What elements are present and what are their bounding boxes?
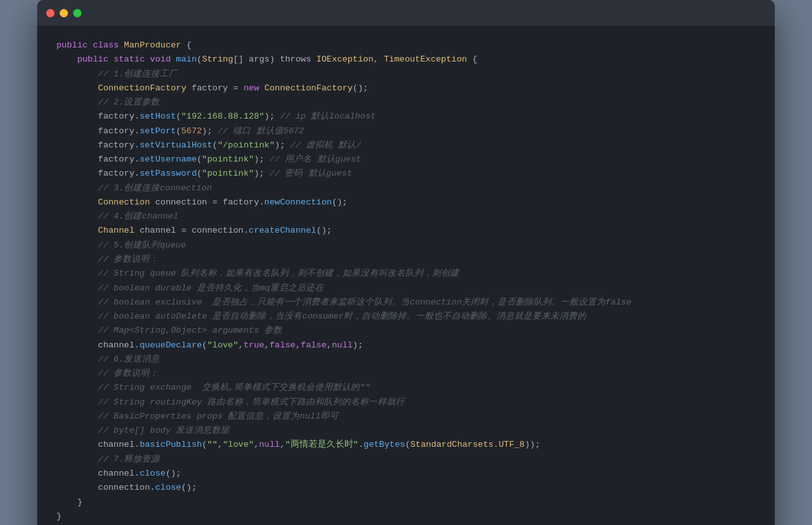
titlebar: [37, 0, 775, 26]
code-editor-window: public class ManProducer { public static…: [37, 0, 775, 525]
minimize-button[interactable]: [60, 9, 68, 17]
maximize-button[interactable]: [73, 9, 81, 17]
close-button[interactable]: [46, 9, 55, 17]
code-content: public class ManProducer { public static…: [37, 26, 775, 525]
